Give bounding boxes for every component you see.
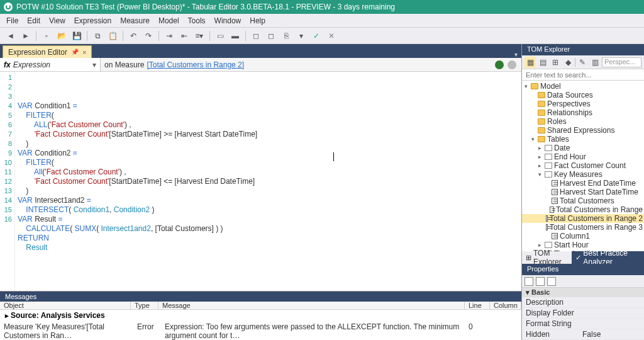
menu-expression[interactable]: Expression (74, 16, 111, 25)
messages-header: Messages (0, 292, 521, 302)
tree-node[interactable]: Column1 (522, 232, 644, 241)
menu-window[interactable]: Window (214, 16, 242, 25)
properties-header: Properties (522, 264, 644, 275)
tree-node[interactable]: Roles (522, 117, 644, 126)
prop-tool-icon[interactable] (547, 277, 556, 286)
comment-button[interactable]: ▭ (213, 30, 227, 42)
tree-node[interactable]: Total Customers in Range (522, 205, 644, 214)
tree-node[interactable]: Shared Expressions (522, 126, 644, 135)
title-text: POTW #10 Solution TE3 Test (Power BI Des… (16, 3, 395, 11)
messages-panel: Messages Object Type Message Line Column… (0, 291, 521, 340)
nav-back-button[interactable]: ◄ (4, 30, 18, 42)
tom-toolbar: ▦ ▤ ⊞ ◆ ✎ ▥ Perspec... (522, 55, 644, 69)
tom-tb5[interactable]: ✎ (577, 57, 588, 68)
tool3-button[interactable]: ⎘ (279, 30, 293, 42)
close-tab-icon[interactable]: × (82, 48, 86, 56)
tab-bpa[interactable]: ✓ Best Practice Analyzer (572, 251, 644, 264)
outdent-button[interactable]: ⇤ (177, 30, 191, 42)
tab-tom-explorer[interactable]: ⊞ TOM Explorer (522, 251, 572, 264)
tab-menu-icon[interactable]: ▾ (511, 51, 521, 58)
redo-button[interactable]: ↷ (142, 30, 155, 42)
prop-row[interactable]: HiddenFalse (522, 329, 644, 340)
status-idle-icon[interactable] (508, 60, 516, 69)
tree-node[interactable]: ▸Start Hour (522, 241, 644, 249)
tree-node[interactable]: ▾Tables (522, 135, 644, 144)
status-ok-icon[interactable] (495, 60, 504, 69)
tool2-button[interactable]: ◻ (264, 30, 278, 42)
pin-icon[interactable]: 📌 (71, 48, 79, 55)
tom-tb1[interactable]: ▦ (525, 57, 536, 68)
tom-tb2[interactable]: ▤ (537, 57, 548, 68)
cancel-button[interactable]: ✕ (325, 30, 338, 42)
message-row[interactable]: Measure 'Key Measures'[Total Customers i… (0, 321, 521, 340)
tool4-button[interactable]: ▾ (294, 30, 308, 42)
undo-button[interactable]: ↶ (126, 30, 140, 42)
prop-cat-icon[interactable] (525, 277, 533, 286)
dax-editor[interactable]: 12345678910111213141516 VAR Condition1 =… (0, 72, 521, 291)
nav-fwd-button[interactable]: ► (19, 30, 33, 42)
tree-node[interactable]: ▸End Hour (522, 152, 644, 161)
menu-file[interactable]: File (6, 16, 18, 25)
message-source: ▸ Source: Analysis Services (0, 310, 521, 321)
prop-row[interactable]: Display Folder (522, 308, 644, 319)
prop-row[interactable]: Format String (522, 319, 644, 329)
title-bar: POTW #10 Solution TE3 Test (Power BI Des… (0, 0, 644, 14)
save-button[interactable]: 💾 (70, 30, 84, 42)
tree-node[interactable]: Perspectives (522, 99, 644, 108)
indent-button[interactable]: ⇥ (162, 30, 176, 42)
tool1-button[interactable]: ◻ (249, 30, 263, 42)
tree-node[interactable]: ▸Date (522, 144, 644, 152)
menu-view[interactable]: View (49, 16, 65, 25)
menu-bar: FileEditViewExpressionMeasureModelToolsW… (0, 14, 644, 28)
measure-link[interactable]: [Total Customers in Range 2] (147, 60, 244, 69)
tom-tb3[interactable]: ⊞ (550, 57, 561, 68)
accept-button[interactable]: ✓ (309, 30, 323, 42)
tree-node[interactable]: Harvest Start DateTime (522, 188, 644, 196)
main-toolbar: ◄ ► ▫ 📂 💾 ⧉ 📋 ↶ ↷ ⇥ ⇤ ≡▾ ▭ ▬ ◻ ◻ ⎘ ▾ ✓ ✕ (0, 28, 644, 44)
editor-tabs: Expression Editor 📌 × ▾ (0, 44, 521, 58)
expression-bar: fx Expression ▾ on Measure [Total Custom… (0, 58, 521, 72)
tree-node[interactable]: ▾Key Measures (522, 170, 644, 179)
paste-button[interactable]: 📋 (106, 30, 119, 42)
properties-grid[interactable]: ▾ BasicDescriptionDisplay FolderFormat S… (522, 288, 644, 340)
menu-model[interactable]: Model (158, 16, 179, 25)
perspective-box[interactable]: Perspec... (602, 57, 641, 67)
menu-measure[interactable]: Measure (120, 16, 150, 25)
tree-node[interactable]: Harvest End DateTime (522, 179, 644, 188)
menu-tools[interactable]: Tools (188, 16, 206, 25)
tom-tb6[interactable]: ▥ (589, 57, 601, 68)
tree-node[interactable]: Data Sources (522, 91, 644, 99)
format-button[interactable]: ≡▾ (192, 30, 206, 42)
prop-az-icon[interactable] (536, 277, 545, 286)
tree-node[interactable]: Total Customers in Range 2 (522, 214, 644, 223)
tom-tb4[interactable]: ◆ (562, 57, 574, 68)
tree-node[interactable]: ▸Fact Customer Count (522, 161, 644, 170)
app-icon (4, 3, 13, 11)
tom-tree[interactable]: ▾ModelData SourcesPerspectivesRelationsh… (522, 81, 644, 251)
new-button[interactable]: ▫ (40, 30, 53, 42)
tree-node[interactable]: ▾Model (522, 82, 644, 91)
menu-help[interactable]: Help (250, 16, 265, 25)
tab-expression-editor[interactable]: Expression Editor 📌 × (3, 45, 92, 58)
tree-node[interactable]: Total Customers in Range 3 (522, 223, 644, 232)
tom-explorer-header: TOM Explorer (522, 44, 644, 55)
text-cursor (333, 152, 334, 161)
tree-node[interactable]: Relationships (522, 108, 644, 117)
uncomment-button[interactable]: ▬ (228, 30, 242, 42)
properties-toolbar (522, 275, 644, 288)
copy-button[interactable]: ⧉ (91, 30, 104, 42)
menu-edit[interactable]: Edit (27, 16, 40, 25)
prop-row[interactable]: Description (522, 297, 644, 308)
messages-columns: Object Type Message Line Column (0, 302, 521, 310)
right-pane-tabs: ⊞ TOM Explorer ✓ Best Practice Analyzer (522, 251, 644, 264)
open-button[interactable]: 📂 (55, 30, 69, 42)
tom-search-input[interactable] (522, 69, 644, 81)
fx-dropdown[interactable]: fx Expression ▾ (0, 58, 101, 71)
tree-node[interactable]: Total Customers (522, 196, 644, 205)
